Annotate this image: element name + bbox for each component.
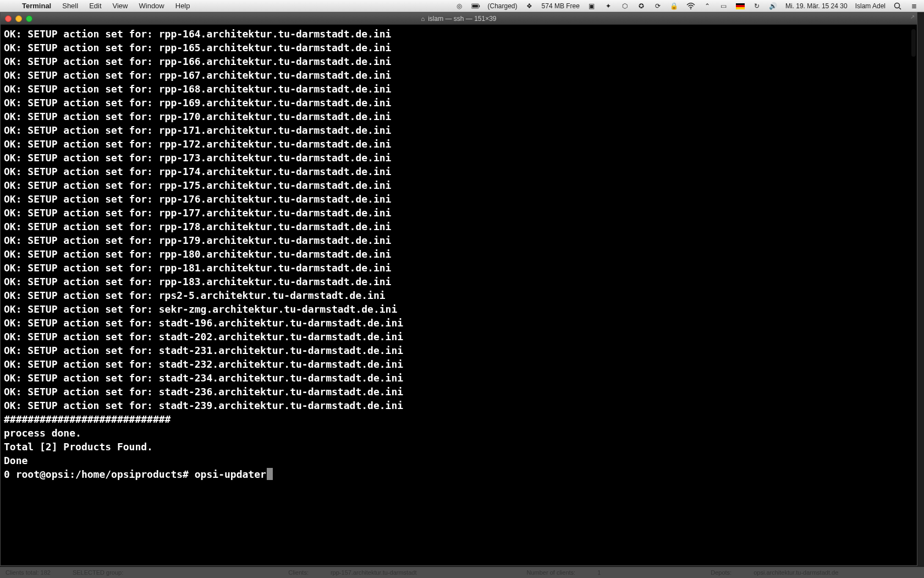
- bluetooth-icon[interactable]: ⌃: [703, 2, 712, 10]
- memory-icon[interactable]: ❖: [525, 2, 534, 10]
- clients-total-label: Clients total: 182: [6, 569, 51, 576]
- menu-window[interactable]: Window: [134, 2, 170, 10]
- clients-label: Clients:: [288, 569, 309, 576]
- window-zoom-button[interactable]: [26, 15, 32, 22]
- terminal-line: OK: SETUP action set for: rpp-179.archit…: [4, 233, 914, 247]
- terminal-line: OK: SETUP action set for: rpp-183.archit…: [4, 275, 914, 288]
- battery-icon[interactable]: [471, 2, 480, 10]
- terminal-line: OK: SETUP action set for: rps2-5.archite…: [4, 288, 914, 302]
- terminal-line: OK: SETUP action set for: stadt-196.arch…: [4, 316, 914, 330]
- terminal-line: OK: SETUP action set for: rpp-170.archit…: [4, 110, 914, 123]
- dropbox-icon[interactable]: ⬡: [620, 2, 629, 10]
- terminal-title-text: islam — ssh — 151×39: [428, 15, 496, 23]
- terminal-line: process done.: [4, 426, 914, 440]
- terminal-line: OK: SETUP action set for: stadt-234.arch…: [4, 371, 914, 385]
- menubar: Terminal Shell Edit View Window Help ◎ (…: [0, 0, 924, 12]
- terminal-line: OK: SETUP action set for: rpp-180.archit…: [4, 247, 914, 261]
- volume-icon[interactable]: 🔊: [769, 2, 778, 10]
- terminal-line: OK: SETUP action set for: rpp-166.archit…: [4, 54, 914, 68]
- lock-icon[interactable]: 🔒: [670, 2, 679, 10]
- sync-icon[interactable]: ◎: [455, 2, 464, 10]
- menu-edit[interactable]: Edit: [84, 2, 107, 10]
- terminal-line: OK: SETUP action set for: stadt-236.arch…: [4, 385, 914, 399]
- terminal-line: OK: SETUP action set for: rpp-173.archit…: [4, 151, 914, 165]
- num-clients-label: Number of clients:: [526, 569, 575, 576]
- terminal-line: OK: SETUP action set for: rpp-168.archit…: [4, 82, 914, 96]
- terminal-line: Done: [4, 454, 914, 467]
- svg-point-4: [895, 3, 900, 8]
- terminal-titlebar[interactable]: ⌂ islam — ssh — 151×39 ↗: [1, 13, 917, 25]
- display-icon[interactable]: ▭: [719, 2, 728, 10]
- terminal-line: OK: SETUP action set for: rpp-165.archit…: [4, 41, 914, 54]
- scrollbar[interactable]: [911, 29, 916, 57]
- updates-icon[interactable]: ⟳: [653, 2, 662, 10]
- input-language-flag-icon[interactable]: [736, 3, 745, 9]
- terminal-line: OK: SETUP action set for: rpp-171.archit…: [4, 123, 914, 137]
- memory-text: 574 MB Free: [542, 2, 580, 10]
- prompt-prefix: 0 root@opsi:/home/opsiproducts#: [4, 468, 195, 480]
- battery-text: (Charged): [488, 2, 518, 10]
- terminal-prompt-line[interactable]: 0 root@opsi:/home/opsiproducts# opsi-upd…: [4, 467, 914, 481]
- depots-label: Depots:: [711, 569, 732, 576]
- depots-value: opsi.architektur.tu-darmstadt.de: [754, 569, 838, 576]
- svg-rect-1: [472, 4, 477, 7]
- terminal-line: OK: SETUP action set for: stadt-231.arch…: [4, 343, 914, 357]
- terminal-line: Total [2] Products Found.: [4, 440, 914, 454]
- background-statusbar: Clients total: 182 SELECTED group: Clien…: [0, 567, 924, 578]
- prompt-command: opsi-updater: [195, 468, 266, 480]
- wifi-icon[interactable]: [686, 2, 695, 10]
- svg-line-5: [899, 8, 901, 9]
- cursor: [267, 468, 273, 480]
- selected-group-label: SELECTED group:: [73, 569, 123, 576]
- num-clients-value: 1: [597, 569, 601, 576]
- terminal-line: OK: SETUP action set for: stadt-232.arch…: [4, 357, 914, 371]
- svg-point-3: [690, 8, 691, 9]
- terminal-line: OK: SETUP action set for: rpp-169.archit…: [4, 96, 914, 110]
- terminal-line: OK: SETUP action set for: rpp-181.archit…: [4, 261, 914, 275]
- app-menu[interactable]: Terminal: [16, 2, 57, 10]
- user-menu[interactable]: Islam Adel: [855, 2, 886, 10]
- window-close-button[interactable]: [5, 15, 12, 22]
- terminal-line: ############################: [4, 412, 914, 426]
- svg-rect-2: [479, 5, 480, 7]
- clock-text[interactable]: Mi. 19. Mär. 15 24 30: [785, 2, 848, 10]
- menu-view[interactable]: View: [107, 2, 134, 10]
- terminal-line: OK: SETUP action set for: rpp-175.archit…: [4, 178, 914, 192]
- terminal-line: OK: SETUP action set for: stadt-239.arch…: [4, 399, 914, 412]
- terminal-line: OK: SETUP action set for: sekr-zmg.archi…: [4, 302, 914, 316]
- terminal-line: OK: SETUP action set for: rpp-174.archit…: [4, 165, 914, 178]
- terminal-line: OK: SETUP action set for: rpp-176.archit…: [4, 192, 914, 206]
- evernote-icon[interactable]: ✪: [637, 2, 646, 10]
- menu-help[interactable]: Help: [170, 2, 196, 10]
- terminal-line: OK: SETUP action set for: rpp-167.archit…: [4, 68, 914, 82]
- terminal-line: OK: SETUP action set for: rpp-178.archit…: [4, 220, 914, 233]
- keychain-icon[interactable]: ✦: [604, 2, 613, 10]
- timemachine-icon[interactable]: ↻: [752, 2, 761, 10]
- notification-center-icon[interactable]: ≣: [910, 2, 919, 10]
- terminal-line: OK: SETUP action set for: rpp-172.archit…: [4, 137, 914, 151]
- home-icon: ⌂: [421, 15, 425, 22]
- camera-icon[interactable]: ▣: [587, 2, 596, 10]
- menu-shell[interactable]: Shell: [57, 2, 84, 10]
- terminal-window: ⌂ islam — ssh — 151×39 ↗ OK: SETUP actio…: [0, 12, 917, 566]
- fullscreen-icon[interactable]: ↗: [910, 14, 915, 20]
- terminal-line: OK: SETUP action set for: rpp-177.archit…: [4, 206, 914, 220]
- spotlight-icon[interactable]: [893, 2, 902, 10]
- terminal-output[interactable]: OK: SETUP action set for: rpp-164.archit…: [1, 25, 917, 565]
- window-minimize-button[interactable]: [15, 15, 22, 22]
- clients-value: rpp-157.architektur.tu-darmstadt: [331, 569, 417, 576]
- terminal-line: OK: SETUP action set for: stadt-202.arch…: [4, 330, 914, 343]
- terminal-line: OK: SETUP action set for: rpp-164.archit…: [4, 27, 914, 41]
